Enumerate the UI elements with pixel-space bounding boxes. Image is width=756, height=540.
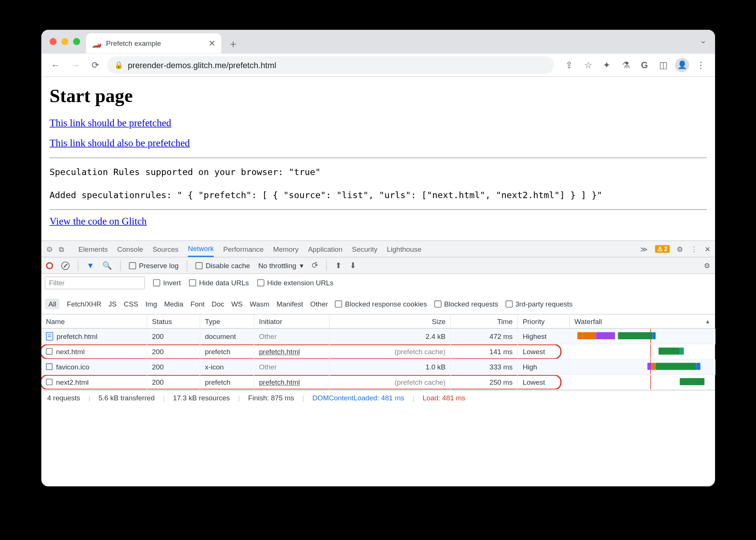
table-row[interactable]: favicon.ico200x-iconOther1.0 kB333 msHig… — [41, 359, 715, 375]
tab-application[interactable]: Application — [308, 245, 342, 253]
tab-memory[interactable]: Memory — [273, 245, 298, 253]
separator — [326, 260, 327, 271]
table-row[interactable]: next.html200prefetchprefetch.html(prefet… — [41, 344, 715, 359]
request-status: 200 — [147, 375, 200, 390]
filter-all[interactable]: All — [45, 299, 60, 309]
toolbar-actions: ⇪ ☆ ✦ ⚗ G ◫ 👤 ⋮ — [557, 57, 709, 73]
address-bar[interactable]: 🔒 prerender-demos.glitch.me/prefetch.htm… — [107, 56, 553, 73]
waterfall-bar — [647, 363, 651, 370]
reload-button[interactable]: ⟳ — [87, 57, 104, 73]
hide-extension-urls-checkbox[interactable]: Hide extension URLs — [257, 279, 333, 287]
request-name: prefetch.html — [57, 332, 98, 340]
more-tabs-icon[interactable]: ≫ — [640, 245, 648, 253]
throttling-select[interactable]: No throttling▾ — [258, 261, 303, 270]
record-button[interactable] — [46, 262, 53, 269]
extensions-icon[interactable]: ✦ — [598, 57, 615, 73]
table-row[interactable]: prefetch.html200documentOther2.4 kB472 m… — [41, 329, 715, 344]
minimize-window-icon[interactable] — [61, 38, 68, 45]
filter-icon[interactable]: ▼ — [86, 261, 94, 270]
speculation-supported: Speculation Rules supported on your brow… — [50, 164, 707, 181]
profile-button[interactable]: 👤 — [674, 57, 690, 73]
tabs-menu-icon[interactable]: ⌄ — [699, 36, 706, 45]
network-conditions-icon[interactable]: ⟳̂ — [311, 261, 318, 270]
export-icon[interactable]: ⬇ — [350, 261, 356, 270]
tab-sources[interactable]: Sources — [152, 245, 178, 253]
col-type[interactable]: Type — [200, 315, 254, 328]
browser-tab[interactable]: 🏎️ Prefetch example ✕ — [86, 33, 221, 53]
network-settings-icon[interactable]: ⚙ — [704, 261, 710, 270]
preserve-log-checkbox[interactable]: Preserve log — [129, 261, 178, 270]
tab-security[interactable]: Security — [352, 245, 377, 253]
request-size: (prefetch cache) — [330, 344, 451, 359]
clear-button[interactable] — [61, 261, 69, 270]
settings-icon[interactable]: ⚙ — [677, 245, 683, 253]
device-icon[interactable]: ⧉ — [59, 245, 64, 253]
back-button[interactable]: ← — [47, 57, 63, 73]
share-icon[interactable]: ⇪ — [561, 57, 577, 73]
filter-wasm[interactable]: Wasm — [250, 300, 269, 308]
kebab-icon[interactable]: ⋮ — [690, 245, 697, 253]
tab-performance[interactable]: Performance — [223, 245, 264, 253]
tab-console[interactable]: Console — [117, 245, 143, 253]
blocked-cookies-checkbox[interactable]: Blocked response cookies — [335, 300, 427, 308]
page-content: Start page This link should be prefetche… — [41, 77, 715, 240]
filter-media[interactable]: Media — [164, 300, 183, 308]
menu-icon[interactable]: ⋮ — [693, 57, 709, 73]
col-priority[interactable]: Priority — [518, 315, 569, 328]
google-icon[interactable]: G — [636, 57, 652, 73]
load-marker — [650, 375, 651, 390]
forward-button[interactable]: → — [67, 57, 83, 73]
close-tab-icon[interactable]: ✕ — [208, 39, 215, 48]
filter-ws[interactable]: WS — [231, 300, 242, 308]
hide-data-urls-checkbox[interactable]: Hide data URLs — [189, 279, 249, 287]
disable-cache-checkbox[interactable]: Disable cache — [196, 261, 250, 270]
request-name: next2.html — [56, 378, 88, 386]
filter-font[interactable]: Font — [190, 300, 204, 308]
col-time[interactable]: Time — [451, 315, 518, 328]
search-icon[interactable]: 🔍 — [102, 261, 112, 270]
summary-requests: 4 requests — [47, 394, 80, 402]
filter-img[interactable]: Img — [145, 300, 157, 308]
request-type: prefetch — [200, 344, 254, 359]
filter-css[interactable]: CSS — [124, 300, 138, 308]
filter-other[interactable]: Other — [310, 300, 328, 308]
col-initiator[interactable]: Initiator — [254, 315, 329, 328]
labs-icon[interactable]: ⚗ — [617, 57, 633, 73]
prefetch-link-2[interactable]: This link should also be prefetched — [50, 137, 707, 149]
filter-doc[interactable]: Doc — [212, 300, 224, 308]
request-size: (prefetch cache) — [330, 375, 451, 390]
table-row[interactable]: next2.html200prefetchprefetch.html(prefe… — [41, 375, 715, 390]
filter-js[interactable]: JS — [108, 300, 117, 308]
warning-badge[interactable]: ⚠ 2 — [655, 245, 670, 253]
filter-manifest[interactable]: Manifest — [276, 300, 303, 308]
third-party-checkbox[interactable]: 3rd-party requests — [505, 300, 572, 308]
glitch-link[interactable]: View the code on Glitch — [50, 216, 707, 228]
col-status[interactable]: Status — [147, 315, 200, 328]
filter-input[interactable]: Filter — [45, 276, 145, 289]
inspect-icon[interactable]: ⯐ — [46, 245, 53, 253]
col-name[interactable]: Name — [41, 315, 147, 328]
sidepanel-icon[interactable]: ◫ — [655, 57, 671, 73]
new-tab-button[interactable]: ＋ — [225, 36, 241, 52]
close-window-icon[interactable] — [50, 38, 57, 45]
request-initiator[interactable]: prefetch.html — [259, 378, 300, 386]
summary-dcl: DOMContentLoaded: 481 ms — [312, 394, 404, 402]
invert-checkbox[interactable]: Invert — [153, 279, 181, 287]
filter-fetch[interactable]: Fetch/XHR — [67, 300, 101, 308]
bookmark-icon[interactable]: ☆ — [579, 57, 596, 73]
col-size[interactable]: Size — [330, 315, 451, 328]
import-icon[interactable]: ⬆ — [335, 261, 341, 270]
request-initiator[interactable]: prefetch.html — [259, 347, 300, 355]
tab-strip: 🏎️ Prefetch example ✕ ＋ ⌄ — [41, 30, 715, 53]
zoom-window-icon[interactable] — [73, 38, 80, 45]
summary-load: Load: 481 ms — [422, 394, 465, 402]
close-devtools-icon[interactable]: ✕ — [704, 245, 710, 253]
tab-network[interactable]: Network — [188, 245, 214, 257]
traffic-lights — [46, 30, 86, 53]
prefetch-link-1[interactable]: This link should be prefetched — [50, 117, 707, 129]
tab-lighthouse[interactable]: Lighthouse — [387, 245, 421, 253]
col-waterfall[interactable]: Waterfall▲ — [569, 315, 715, 328]
tab-elements[interactable]: Elements — [78, 245, 108, 253]
blocked-requests-checkbox[interactable]: Blocked requests — [434, 300, 498, 308]
lock-icon: 🔒 — [114, 61, 123, 69]
